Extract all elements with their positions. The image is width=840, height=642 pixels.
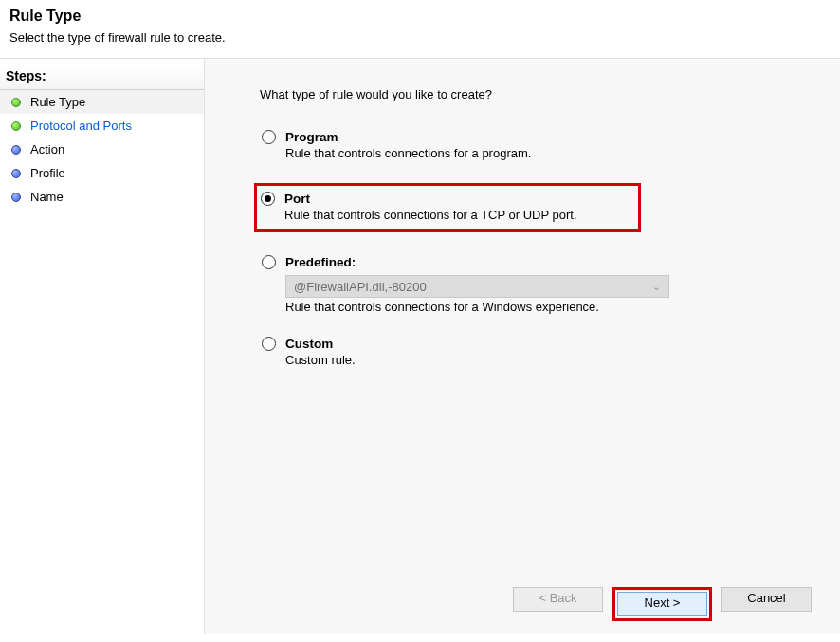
radio-custom[interactable]: [262, 337, 276, 351]
cancel-button[interactable]: Cancel: [721, 587, 812, 612]
radio-program[interactable]: [262, 130, 276, 144]
question-text: What type of rule would you like to crea…: [260, 87, 812, 101]
option-title: Program: [285, 130, 338, 144]
option-custom[interactable]: Custom Custom rule.: [260, 337, 812, 367]
step-bullet-icon: [11, 169, 21, 178]
step-label: Name: [30, 190, 64, 204]
step-bullet-icon: [11, 121, 21, 131]
steps-sidebar: Steps: Rule Type Protocol and Ports Acti…: [0, 59, 204, 634]
main-panel: What type of rule would you like to crea…: [204, 59, 840, 634]
predefined-dropdown: @FirewallAPI.dll,-80200 ⌄: [285, 275, 669, 298]
step-bullet-icon: [11, 145, 21, 155]
page-subtitle: Select the type of firewall rule to crea…: [9, 30, 831, 45]
step-label: Rule Type: [30, 95, 85, 109]
rule-type-options: Program Rule that controls connections f…: [260, 130, 812, 578]
step-action[interactable]: Action: [0, 138, 204, 161]
step-rule-type[interactable]: Rule Type: [0, 90, 204, 114]
step-label: Profile: [30, 166, 65, 180]
dropdown-value: @FirewallAPI.dll,-80200: [294, 280, 427, 294]
radio-predefined[interactable]: [262, 255, 276, 269]
page-title: Rule Type: [9, 8, 831, 25]
step-name[interactable]: Name: [0, 185, 204, 209]
steps-heading: Steps:: [0, 64, 204, 90]
chevron-down-icon: ⌄: [652, 281, 661, 293]
wizard-buttons: < Back Next > Cancel: [260, 578, 812, 621]
wizard-header: Rule Type Select the type of firewall ru…: [0, 0, 840, 58]
back-button-wrap: < Back: [513, 587, 603, 621]
next-button[interactable]: Next >: [617, 592, 707, 616]
next-button-wrap: Next >: [612, 587, 712, 621]
option-program[interactable]: Program Rule that controls connections f…: [260, 130, 812, 160]
radio-port[interactable]: [261, 192, 275, 206]
radio-dot-icon: [265, 195, 271, 202]
step-bullet-icon: [11, 193, 21, 202]
cancel-button-wrap: Cancel: [721, 587, 812, 621]
option-desc: Rule that controls connections for a Win…: [285, 300, 812, 314]
step-profile[interactable]: Profile: [0, 161, 204, 185]
option-desc: Rule that controls connections for a pro…: [285, 146, 812, 160]
content-wrap: Steps: Rule Type Protocol and Ports Acti…: [0, 58, 840, 634]
option-title: Port: [284, 192, 310, 206]
step-bullet-icon: [11, 98, 21, 107]
option-title: Custom: [285, 337, 333, 351]
step-label: Action: [30, 142, 64, 156]
option-predefined[interactable]: Predefined: @FirewallAPI.dll,-80200 ⌄ Ru…: [260, 255, 812, 314]
step-label: Protocol and Ports: [30, 119, 132, 133]
option-desc: Custom rule.: [285, 353, 812, 367]
option-title: Predefined:: [285, 255, 356, 269]
step-protocol-and-ports[interactable]: Protocol and Ports: [0, 114, 204, 138]
option-port[interactable]: Port Rule that controls connections for …: [254, 183, 641, 232]
back-button: < Back: [513, 587, 603, 612]
option-desc: Rule that controls connections for a TCP…: [284, 208, 630, 222]
